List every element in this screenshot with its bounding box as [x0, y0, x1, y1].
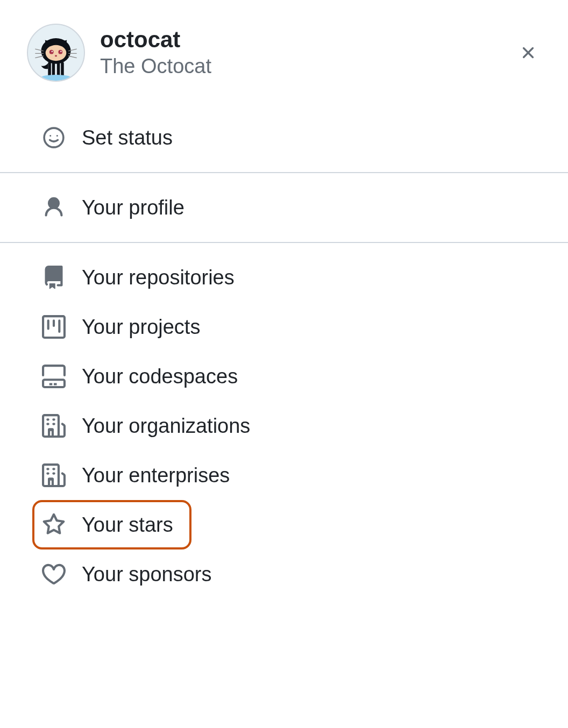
avatar[interactable]	[27, 24, 85, 82]
menu-label: Your repositories	[82, 266, 235, 289]
user-menu-panel: octocat The Octocat Set status	[0, 0, 568, 609]
menu-label: Your organizations	[82, 415, 250, 438]
heart-icon	[42, 562, 66, 586]
svg-point-5	[60, 51, 61, 52]
menu-label: Your profile	[82, 196, 184, 219]
menu-item-set-status[interactable]: Set status	[0, 113, 568, 162]
menu-item-your-codespaces[interactable]: Your codespaces	[0, 352, 568, 401]
username: octocat	[100, 27, 211, 52]
svg-point-20	[56, 135, 58, 137]
display-name: The Octocat	[100, 55, 211, 78]
menu-item-your-projects[interactable]: Your projects	[0, 302, 568, 352]
menu-label: Your stars	[82, 513, 173, 537]
svg-point-6	[55, 55, 57, 57]
organization-icon	[42, 414, 66, 438]
octocat-icon	[31, 31, 81, 81]
section-status: Set status	[0, 103, 568, 172]
x-icon	[519, 43, 538, 62]
svg-point-18	[44, 128, 63, 147]
menu-item-your-repositories[interactable]: Your repositories	[0, 253, 568, 302]
svg-rect-13	[48, 62, 51, 77]
repo-icon	[42, 266, 66, 289]
menu-label: Your sponsors	[82, 563, 212, 586]
menu-label: Set status	[82, 126, 173, 149]
user-text-block: octocat The Octocat	[100, 27, 211, 77]
section-main: Your repositories Your projects Your cod…	[0, 243, 568, 609]
svg-line-12	[68, 56, 77, 58]
svg-point-17	[41, 75, 70, 81]
person-icon	[42, 196, 66, 219]
svg-rect-16	[61, 62, 64, 77]
smiley-icon	[42, 126, 66, 149]
menu-label: Your enterprises	[82, 464, 230, 487]
close-button[interactable]	[515, 40, 541, 66]
user-header: octocat The Octocat	[0, 24, 568, 103]
svg-line-9	[35, 56, 44, 58]
menu-item-your-enterprises[interactable]: Your enterprises	[0, 451, 568, 500]
menu-item-your-sponsors[interactable]: Your sponsors	[0, 549, 568, 599]
svg-point-3	[58, 50, 62, 54]
enterprise-icon	[42, 463, 66, 487]
menu-label: Your projects	[82, 316, 200, 339]
codespaces-icon	[42, 365, 66, 388]
star-icon	[42, 513, 66, 537]
menu-item-your-organizations[interactable]: Your organizations	[0, 401, 568, 451]
menu-item-your-stars[interactable]: Your stars	[32, 500, 191, 549]
svg-point-4	[52, 51, 53, 52]
section-profile: Your profile	[0, 173, 568, 242]
svg-point-1	[46, 45, 67, 61]
menu-item-your-profile[interactable]: Your profile	[0, 183, 568, 232]
menu-label: Your codespaces	[82, 365, 238, 388]
svg-point-19	[49, 135, 51, 137]
svg-point-2	[49, 50, 54, 54]
project-icon	[42, 315, 66, 339]
